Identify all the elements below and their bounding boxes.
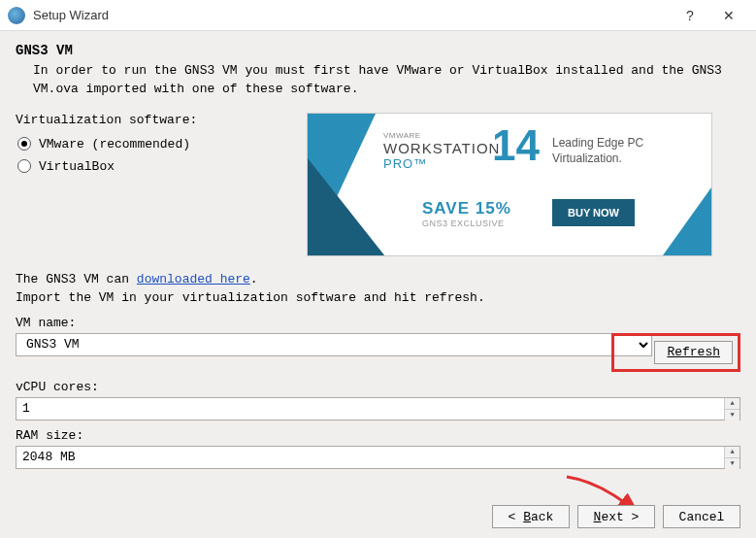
- back-button[interactable]: < Back: [492, 505, 570, 528]
- vcpu-label: vCPU cores:: [16, 380, 740, 394]
- vcpu-down-icon[interactable]: ▼: [725, 410, 740, 420]
- help-button[interactable]: ?: [671, 8, 709, 23]
- vm-name-label: VM name:: [16, 316, 740, 330]
- radio-icon: [17, 137, 31, 151]
- ram-spinbox[interactable]: ▲ ▼: [16, 446, 740, 469]
- vm-name-select[interactable]: GNS3 VM: [16, 333, 652, 356]
- banner-exclusive-text: GNS3 EXCLUSIVE: [422, 219, 505, 228]
- refresh-button[interactable]: Refresh: [654, 341, 733, 364]
- page-description: In order to run the GNS3 VM you must fir…: [16, 62, 740, 99]
- wizard-buttons: < Back Next > Cancel: [492, 505, 740, 528]
- radio-vmware[interactable]: VMware (recommended): [16, 133, 287, 155]
- vcpu-input[interactable]: [16, 398, 724, 420]
- banner-tagline: Leading Edge PCVirtualization.: [552, 135, 643, 166]
- import-info: Import the VM in your virtualization sof…: [16, 288, 740, 308]
- ram-label: RAM size:: [16, 428, 740, 443]
- buy-now-button[interactable]: BUY NOW: [552, 199, 635, 226]
- download-link[interactable]: downloaded here: [137, 272, 250, 286]
- cancel-button[interactable]: Cancel: [663, 505, 740, 528]
- vcpu-spinbox[interactable]: ▲ ▼: [16, 397, 740, 420]
- ram-down-icon[interactable]: ▼: [725, 458, 740, 469]
- banner-workstation-text: WORKSTATION: [383, 140, 500, 156]
- page-heading: GNS3 VM: [16, 43, 740, 58]
- banner-save-text: SAVE 15%: [422, 199, 511, 219]
- titlebar: Setup Wizard ? ✕: [0, 0, 756, 31]
- refresh-highlight: Refresh: [611, 333, 740, 372]
- content-area: GNS3 VM In order to run the GNS3 VM you …: [0, 31, 756, 477]
- app-icon: [8, 7, 25, 24]
- banner-version: 14: [492, 121, 540, 170]
- window-title: Setup Wizard: [33, 8, 671, 22]
- radio-virtualbox-label: VirtualBox: [39, 159, 115, 174]
- banner-pro-text: PRO™: [383, 156, 500, 171]
- radio-vmware-label: VMware (recommended): [39, 137, 190, 151]
- radio-virtualbox[interactable]: VirtualBox: [16, 155, 287, 178]
- vcpu-up-icon[interactable]: ▲: [725, 398, 740, 410]
- promo-banner: VMWARE WORKSTATION PRO™ 14 Leading Edge …: [307, 113, 712, 256]
- next-button[interactable]: Next >: [577, 505, 655, 528]
- banner-vmware-text: VMWARE: [383, 131, 500, 140]
- ram-input[interactable]: [16, 447, 724, 468]
- virt-software-label: Virtualization software:: [16, 113, 287, 127]
- ram-up-icon[interactable]: ▲: [725, 447, 740, 458]
- radio-icon: [17, 159, 31, 173]
- download-info: The GNS3 VM can downloaded here.: [16, 270, 740, 289]
- close-button[interactable]: ✕: [709, 8, 748, 23]
